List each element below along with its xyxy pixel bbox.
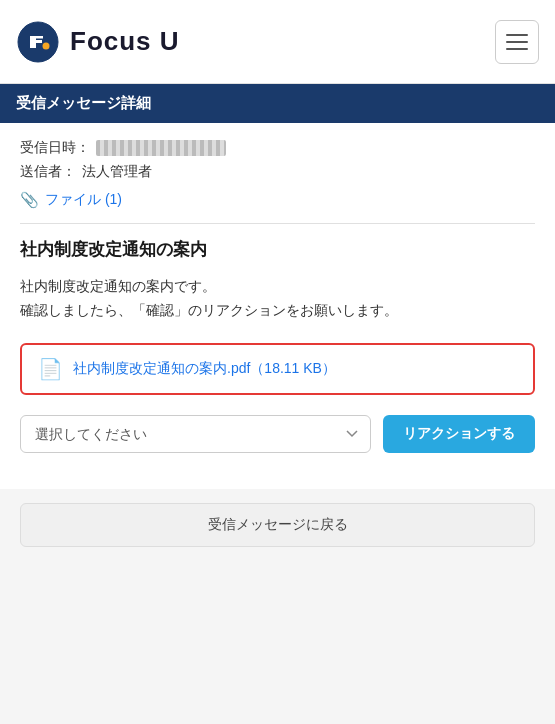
message-body: 社内制度改定通知の案内です。 確認しましたら、「確認」のリアクションをお願いしま… [20,275,535,323]
attachment-link[interactable]: 社内制度改定通知の案内.pdf（18.11 KB） [73,360,336,378]
attachment-box[interactable]: 📄 社内制度改定通知の案内.pdf（18.11 KB） [20,343,535,395]
reaction-select[interactable]: 選択してください 確認 承認 却下 [20,415,371,453]
section-title: 受信メッセージ詳細 [16,94,151,111]
hamburger-menu-button[interactable] [495,20,539,64]
sender-name: 法人管理者 [82,163,152,181]
header: Focus U [0,0,555,84]
message-title: 社内制度改定通知の案内 [20,238,535,261]
logo-area: Focus U [16,20,180,64]
file-section-link[interactable]: 📎 ファイル (1) [20,191,535,209]
sender-label: 送信者： [20,163,76,181]
logo-icon [16,20,60,64]
hamburger-line-1 [506,34,528,36]
action-row: 選択してください 確認 承認 却下 リアクションする [20,415,535,453]
pdf-icon: 📄 [38,357,63,381]
hamburger-line-3 [506,48,528,50]
divider [20,223,535,224]
sender-row: 送信者： 法人管理者 [20,163,535,181]
received-date-row: 受信日時： [20,139,535,157]
svg-point-1 [43,42,50,49]
logo-text: Focus U [70,26,180,57]
back-button[interactable]: 受信メッセージに戻る [20,503,535,547]
section-bar: 受信メッセージ詳細 [0,84,555,123]
hamburger-line-2 [506,41,528,43]
back-section: 受信メッセージに戻る [0,489,555,561]
reaction-button[interactable]: リアクションする [383,415,535,453]
file-section-label: ファイル (1) [45,191,122,209]
received-value-blurred [96,140,226,156]
paperclip-icon: 📎 [20,191,39,209]
content-area: 受信日時： 送信者： 法人管理者 📎 ファイル (1) 社内制度改定通知の案内 … [0,123,555,489]
received-label: 受信日時： [20,139,90,157]
